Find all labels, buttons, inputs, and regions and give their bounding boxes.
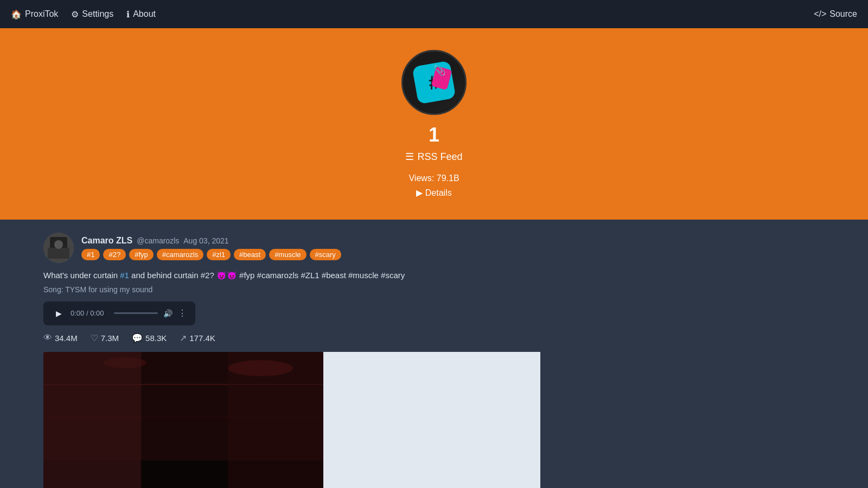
nav-home[interactable]: 🏠 ProxiTok <box>11 9 58 20</box>
audio-time: 0:00 / 0:00 <box>71 309 108 317</box>
svg-rect-2 <box>48 248 69 259</box>
likes-stat: ♡ 7.3M <box>91 333 119 343</box>
tag-item[interactable]: #camarozls <box>157 249 203 260</box>
tag-item[interactable]: #scary <box>310 249 341 260</box>
hero-avatar: 📎 <box>401 50 467 115</box>
rss-label: RSS Feed <box>417 151 462 163</box>
hero-banner: 📎 1 ☰ RSS Feed Views: 79.1B ▶ Details <box>0 28 868 220</box>
source-label: Source <box>829 9 857 19</box>
views-count: 34.4M <box>55 333 78 343</box>
svg-point-3 <box>54 240 63 249</box>
hero-views: Views: 79.1B <box>409 174 459 183</box>
volume-button[interactable]: 🔊 <box>163 309 173 318</box>
post-meta: Camaro ZLS @camarozls Aug 03, 2021 #1#2?… <box>81 236 341 260</box>
audio-player: ▶ 0:00 / 0:00 🔊 ⋮ <box>43 301 195 325</box>
tag-item[interactable]: #1 <box>81 249 100 260</box>
nav-about[interactable]: ℹ About <box>126 9 156 20</box>
post-date: Aug 03, 2021 <box>183 236 228 245</box>
info-icon: ℹ <box>126 9 130 20</box>
video-thumbnail[interactable] <box>43 352 323 489</box>
nav-settings[interactable]: ⚙ Settings <box>71 9 113 20</box>
comments-stat: 💬 58.3K <box>132 333 167 343</box>
comments-count: 58.3K <box>145 333 167 343</box>
tag-item[interactable]: #zl1 <box>207 249 231 260</box>
shares-icon: ↗ <box>180 333 187 343</box>
avatar-image <box>43 233 74 263</box>
post-card: Camaro ZLS @camarozls Aug 03, 2021 #1#2?… <box>43 233 825 488</box>
rss-feed-link[interactable]: ☰ RSS Feed <box>405 151 462 163</box>
shares-count: 177.4K <box>189 333 215 343</box>
likes-count: 7.3M <box>101 333 119 343</box>
code-icon: </> <box>814 9 826 19</box>
settings-icon: ⚙ <box>71 9 79 20</box>
comments-icon: 💬 <box>132 333 143 343</box>
stats-row: 👁 34.4M ♡ 7.3M 💬 58.3K ↗ 177.4K <box>43 333 825 343</box>
video-overlay <box>43 352 323 489</box>
tags-row: #1#2?#fyp#camarozls#zl1#beast#muscle#sca… <box>81 249 341 260</box>
post-author-line: Camaro ZLS @camarozls Aug 03, 2021 <box>81 236 341 246</box>
tag-item[interactable]: #fyp <box>129 249 154 260</box>
tag-item[interactable]: #2? <box>103 249 126 260</box>
hero-details[interactable]: ▶ Details <box>416 188 451 198</box>
progress-bar[interactable] <box>114 312 158 314</box>
tag-item[interactable]: #beast <box>234 249 266 260</box>
likes-icon: ♡ <box>91 333 98 343</box>
video-area <box>43 352 825 489</box>
post-header: Camaro ZLS @camarozls Aug 03, 2021 #1#2?… <box>43 233 825 263</box>
tag-item[interactable]: #muscle <box>269 249 306 260</box>
rss-icon: ☰ <box>405 151 414 163</box>
post-song: Song: TYSM for using my sound <box>43 285 825 294</box>
svg-rect-11 <box>228 352 323 489</box>
clip-icon: 📎 <box>433 65 445 76</box>
nav-source[interactable]: </> Source <box>814 9 857 19</box>
navbar: 🏠 ProxiTok ⚙ Settings ℹ About </> Source <box>0 0 868 28</box>
post-author: Camaro ZLS <box>81 236 132 246</box>
author-avatar <box>43 233 74 263</box>
settings-label: Settings <box>82 9 113 19</box>
post-handle: @camarozls <box>137 236 179 245</box>
about-label: About <box>133 9 156 19</box>
play-button[interactable]: ▶ <box>52 307 65 320</box>
brand-label: ProxiTok <box>25 9 58 19</box>
content-area: Camaro ZLS @camarozls Aug 03, 2021 #1#2?… <box>0 220 868 488</box>
details-label: ▶ Details <box>416 188 451 198</box>
svg-rect-10 <box>43 352 141 489</box>
views-stat: 👁 34.4M <box>43 333 78 343</box>
more-options-button[interactable]: ⋮ <box>178 308 187 318</box>
hero-number: 1 <box>429 124 439 146</box>
hashtag-logo: 📎 <box>404 53 464 112</box>
post-text: What's under curtain #1 and behind curta… <box>43 269 825 282</box>
side-panel <box>323 352 540 489</box>
home-icon: 🏠 <box>11 9 22 20</box>
views-icon: 👁 <box>43 333 52 343</box>
shares-stat: ↗ 177.4K <box>180 333 215 343</box>
